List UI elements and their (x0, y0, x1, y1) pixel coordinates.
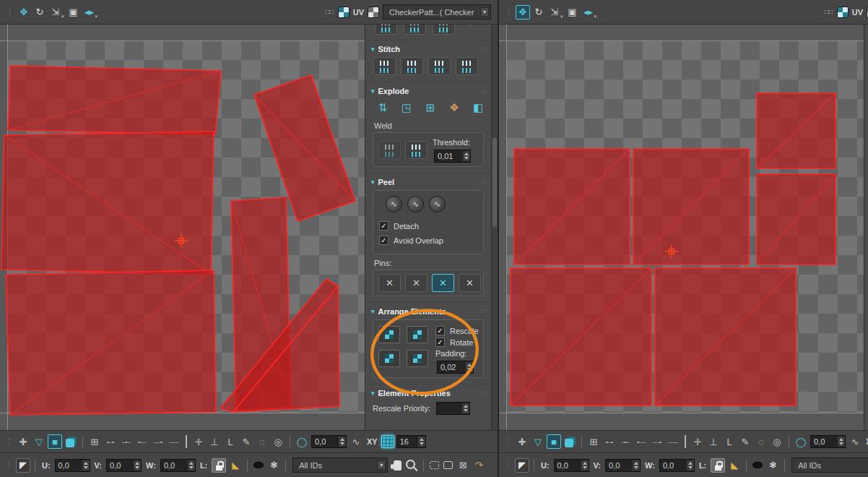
lock-icon[interactable] (212, 458, 226, 473)
detach-edge-icon[interactable]: ◳ (397, 99, 416, 116)
grid-snap-icon[interactable] (381, 435, 394, 448)
clipped-tool-icon-1[interactable] (375, 25, 397, 35)
scale-tool-icon[interactable]: ⇲ (48, 5, 63, 20)
edge-dot-icon-1[interactable]: •–• (103, 434, 118, 449)
rotate-tool-icon[interactable]: ↻ (32, 5, 47, 20)
undo-view-icon[interactable]: ↷ (472, 458, 486, 473)
square-mode-icon[interactable]: ■ (547, 434, 561, 449)
zoom-icon[interactable] (406, 460, 415, 469)
peel-seams-icon[interactable]: ∿ (386, 196, 402, 212)
move-tool-icon[interactable]: ✥ (516, 5, 530, 20)
explode-flower-icon[interactable]: ❖ (445, 99, 464, 116)
grid-select-icon[interactable]: ⊞ (87, 434, 102, 449)
peel-reset-icon[interactable]: ∿ (429, 196, 446, 212)
edge-dot-icon-2[interactable]: –•– (119, 434, 134, 449)
padding-spinner[interactable]: 0,02 (437, 361, 474, 374)
soft-select-cross-icon[interactable]: ✚ (515, 434, 529, 449)
circle-tool-icon[interactable]: ◯ (295, 434, 309, 449)
explode-grid-icon[interactable]: ⊞ (421, 99, 440, 116)
stitch-header[interactable]: ▾ Stitch ∷ (365, 42, 491, 56)
u-spinner[interactable]: 0,0 (554, 459, 589, 472)
edge-dot-icon-1[interactable]: •–• (602, 434, 617, 449)
square-mode-icon[interactable]: ■ (48, 434, 62, 449)
lock-icon[interactable] (711, 458, 725, 473)
stitch-target-icon[interactable] (456, 57, 478, 75)
corner-l-icon[interactable]: L (722, 434, 737, 449)
uv-viewport-left[interactable] (0, 25, 365, 430)
align-plus-icon[interactable]: ✛ (191, 434, 206, 449)
scale-tool-icon[interactable]: ⇲ (547, 5, 562, 20)
edge-dot-icon-4[interactable]: ––• (650, 434, 664, 449)
pack-icon-3[interactable] (378, 350, 400, 367)
grid-select-icon[interactable]: ⊞ (586, 434, 601, 449)
value-spinner[interactable]: 0,0 (810, 435, 846, 448)
toolbar-grip[interactable]: ⋮ (504, 437, 512, 447)
edge-dot-icon-3[interactable]: •–– (135, 434, 149, 449)
rescale-checkbox[interactable]: ✓ (435, 326, 445, 335)
pan-hand-icon[interactable] (394, 460, 402, 470)
pack-icon-1[interactable] (378, 326, 400, 343)
wedge-icon[interactable]: ◣ (228, 458, 243, 473)
stitch-tool-icon[interactable] (373, 57, 396, 75)
edge-dot-icon-5[interactable]: ––– (167, 434, 181, 449)
zoom-region-icon[interactable] (430, 461, 439, 469)
falloff-curve-icon[interactable]: ∿ (349, 434, 363, 449)
break-icon[interactable]: ⇅ (373, 99, 392, 116)
ellipse-lasso-icon[interactable] (752, 462, 763, 468)
pin-move-icon[interactable]: ✕ (432, 274, 454, 292)
clipped-pie-icon[interactable]: ◔ (461, 25, 476, 31)
ellipse-lasso-icon[interactable] (253, 462, 264, 468)
edge-dot-icon-5[interactable]: ––– (666, 434, 680, 449)
rotate-tool-icon[interactable]: ↻ (531, 5, 546, 20)
move-tool-icon[interactable]: ✥ (17, 5, 31, 20)
snowflake-icon[interactable]: ❄ (765, 458, 780, 473)
peel-mode-icon[interactable]: ∿ (407, 196, 424, 212)
toolbar-grip[interactable]: ⋮ (5, 460, 13, 470)
snowflake-icon[interactable]: ❄ (266, 458, 281, 473)
weld-selected-icon[interactable] (378, 141, 401, 159)
stitch-source-icon[interactable] (428, 57, 451, 75)
ids-filter-dropdown[interactable]: All IDs▾ (791, 457, 868, 473)
corner-l-icon[interactable]: L (223, 434, 238, 449)
ids-filter-dropdown[interactable]: All IDs▾ (292, 457, 388, 473)
uv-island-mid-quad[interactable] (1, 132, 214, 274)
pin-remove-icon[interactable]: ✕ (405, 274, 428, 292)
align-plus-icon[interactable]: ✛ (690, 434, 705, 449)
scrollbar-thumb[interactable] (492, 138, 497, 227)
u-spinner[interactable]: 0,0 (55, 459, 90, 472)
v-spinner[interactable]: 0,0 (605, 459, 641, 472)
map-selector-dropdown[interactable]: CheckerPatt...( Checker )▾ (383, 4, 491, 20)
dotted-circle-icon[interactable]: ◌ (255, 434, 269, 449)
value-spinner[interactable]: 0,0 (311, 435, 347, 448)
w-spinner[interactable]: 0,0 (160, 459, 196, 472)
explode-header[interactable]: ▾ Explode ∷ (365, 84, 491, 98)
uv-island-bottom-quad[interactable] (6, 270, 216, 415)
pencil-icon[interactable]: ✎ (738, 434, 752, 449)
cursor-arrow-icon[interactable]: ◤ (16, 458, 30, 473)
perpendicular-icon[interactable]: ⊥ (706, 434, 721, 449)
element-properties-header[interactable]: ▾ Element Properties ∷ (365, 386, 491, 400)
uv-canvas-right[interactable] (499, 25, 864, 430)
peel-header[interactable]: ▾ Peel ∷ (365, 175, 491, 189)
edge-dot-icon-4[interactable]: ––• (151, 434, 165, 449)
w-spinner[interactable]: 0,0 (659, 459, 695, 472)
checker-map-toggle-icon[interactable] (837, 7, 849, 18)
arrange-elements-header[interactable]: ▾ Arrange Elements ∷ (365, 304, 491, 318)
rescale-priority-spinner[interactable] (436, 402, 470, 415)
circle-tool-icon[interactable]: ◯ (794, 434, 808, 449)
pack-icon-4[interactable] (407, 350, 428, 367)
toolbar-grip[interactable]: ⋮ (505, 7, 513, 17)
cube-element-icon[interactable] (66, 439, 74, 447)
triangle-mode-icon[interactable]: ▽ (531, 434, 545, 449)
options-dots-icon[interactable]: ∷∷ (821, 5, 836, 20)
texture-checker-icon[interactable] (368, 7, 379, 18)
zoom-extents-icon[interactable] (443, 461, 453, 469)
edge-dot-icon-3[interactable]: •–– (634, 434, 648, 449)
stitch-custom-icon[interactable] (401, 57, 423, 75)
cube-element-icon[interactable] (565, 439, 573, 447)
uv-viewport-right[interactable] (499, 25, 864, 430)
uv-canvas-left[interactable] (0, 25, 365, 430)
freeform-tool-icon[interactable]: ▣ (565, 5, 580, 20)
avoid-overlap-checkbox[interactable]: ✓ (379, 236, 389, 245)
clipped-tool-icon-3[interactable] (433, 25, 455, 35)
